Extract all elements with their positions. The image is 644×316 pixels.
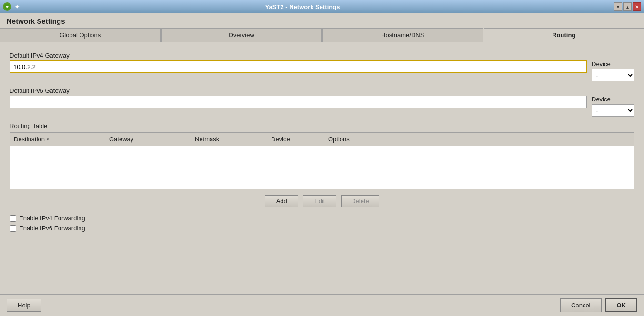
minimize-button[interactable]: ▾ [614,2,622,11]
ipv4-forwarding-checkbox[interactable] [10,215,16,222]
ipv6-device-group: Device - [592,96,634,117]
ipv6-forwarding-checkbox[interactable] [10,225,16,232]
destination-sort-icon: ▾ [47,137,49,142]
page-title: Network Settings [0,13,644,28]
footer-right-buttons: Cancel OK [560,298,637,312]
tab-global-options[interactable]: Global Options [0,28,161,42]
window-title: YaST2 - Network Settings [0,3,614,10]
col-header-device: Device [267,135,324,144]
cancel-button[interactable]: Cancel [560,298,601,312]
ipv6-forwarding-row: Enable IPv6 Forwarding [10,225,634,232]
tab-hostname-dns[interactable]: Hostname/DNS [322,28,483,42]
ipv6-gateway-row: Default IPv6 Gateway Device - [10,87,634,117]
ipv6-device-label: Device [592,96,611,103]
ok-button[interactable]: OK [605,298,638,312]
edit-button[interactable]: Edit [303,195,336,207]
routing-table-header: Destination ▾ Gateway Netmask Device Opt… [10,133,634,146]
ipv6-gateway-inline: Device - [10,96,634,117]
ipv6-gateway-input[interactable] [10,96,587,108]
col-header-netmask: Netmask [191,135,267,144]
footer: Help Cancel OK [0,294,644,316]
ipv4-gateway-row: Default IPv4 Gateway Device - [10,52,634,81]
titlebar-controls: ▾ ▴ ✕ [614,2,641,11]
tab-bar: Global Options Overview Hostname/DNS Rou… [0,28,644,42]
content-area: Default IPv4 Gateway Device - Default IP… [0,42,644,294]
close-button[interactable]: ✕ [633,2,641,11]
ipv6-gateway-label: Default IPv6 Gateway [10,87,634,94]
routing-table: Destination ▾ Gateway Netmask Device Opt… [10,132,634,189]
col-header-gateway: Gateway [105,135,191,144]
tab-overview[interactable]: Overview [161,28,322,42]
ipv4-device-label: Device [592,60,611,68]
ipv4-device-select[interactable]: - [592,69,634,81]
ipv4-forwarding-label[interactable]: Enable IPv4 Forwarding [19,215,85,222]
routing-table-body [10,146,634,189]
table-action-buttons: Add Edit Delete [10,195,634,207]
delete-button[interactable]: Delete [341,195,379,207]
main-window: Network Settings Global Options Overview… [0,13,644,316]
add-button[interactable]: Add [265,195,298,207]
col-header-options: Options [324,135,634,144]
ipv6-device-select[interactable]: - [592,104,634,117]
ipv4-gateway-label: Default IPv4 Gateway [10,52,634,59]
help-button[interactable]: Help [7,299,41,312]
ipv6-forwarding-label[interactable]: Enable IPv6 Forwarding [19,225,85,232]
ipv4-gateway-inline: Device - [10,60,634,81]
routing-table-label: Routing Table [10,122,634,129]
col-header-destination[interactable]: Destination ▾ [10,135,105,144]
ipv4-gateway-input[interactable] [10,60,587,73]
maximize-button[interactable]: ▴ [623,2,632,11]
ipv4-device-group: Device - [592,60,634,81]
ipv4-forwarding-row: Enable IPv4 Forwarding [10,215,634,222]
tab-routing[interactable]: Routing [484,28,644,42]
titlebar: ✦ YaST2 - Network Settings ▾ ▴ ✕ [0,0,644,13]
